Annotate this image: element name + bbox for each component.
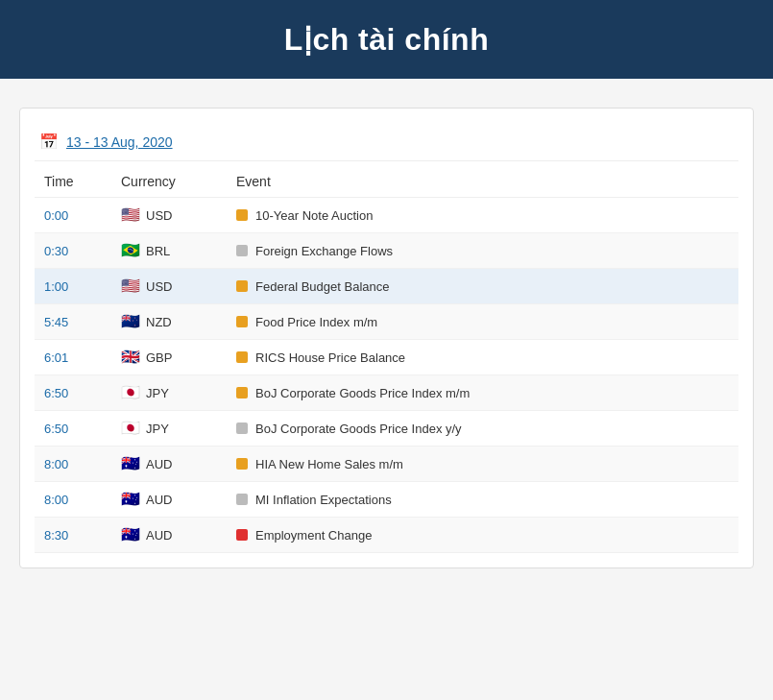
currency-code: JPY (146, 386, 169, 400)
currency-cell: AUD (121, 492, 236, 507)
flag-icon (121, 421, 140, 436)
currency-code: GBP (146, 350, 172, 365)
table-body: 0:00 USD 10-Year Note Auction 0:30 BRL F… (35, 198, 738, 553)
currency-cell: GBP (121, 350, 236, 365)
currency-cell: BRL (121, 243, 236, 258)
currency-code: AUD (146, 528, 172, 543)
flag-icon (121, 492, 140, 507)
time-cell: 0:30 (44, 244, 121, 258)
importance-indicator (236, 458, 248, 470)
currency-code: USD (146, 208, 172, 223)
event-name: Federal Budget Balance (255, 279, 389, 294)
event-name: Employment Change (255, 528, 372, 543)
col-event: Event (236, 174, 729, 189)
flag-icon (121, 456, 140, 471)
event-cell: Federal Budget Balance (236, 279, 729, 294)
currency-code: USD (146, 279, 172, 294)
importance-indicator (236, 245, 248, 256)
col-currency: Currency (121, 174, 236, 189)
event-name: HIA New Home Sales m/m (255, 457, 403, 471)
event-cell: MI Inflation Expectations (236, 493, 729, 507)
event-name: Foreign Exchange Flows (255, 244, 393, 258)
currency-code: AUD (146, 493, 172, 507)
flag-icon (121, 314, 140, 329)
currency-cell: JPY (121, 421, 236, 436)
table-row: 6:50 JPY BoJ Corporate Goods Price Index… (35, 411, 738, 447)
event-name: BoJ Corporate Goods Price Index y/y (255, 422, 462, 436)
importance-indicator (236, 316, 248, 327)
currency-code: JPY (146, 422, 169, 436)
event-name: MI Inflation Expectations (255, 493, 392, 507)
time-cell: 5:45 (44, 315, 121, 329)
event-cell: BoJ Corporate Goods Price Index y/y (236, 422, 729, 436)
currency-cell: AUD (121, 456, 236, 471)
event-cell: HIA New Home Sales m/m (236, 457, 729, 471)
time-cell: 8:30 (44, 528, 121, 543)
event-name: RICS House Price Balance (255, 350, 405, 365)
flag-icon (121, 385, 140, 400)
col-time: Time (44, 174, 121, 189)
flag-icon (121, 350, 140, 365)
currency-cell: NZD (121, 314, 236, 329)
time-cell: 8:00 (44, 493, 121, 507)
currency-cell: AUD (121, 527, 236, 543)
time-cell: 8:00 (44, 457, 121, 471)
time-cell: 6:50 (44, 422, 121, 436)
event-name: 10-Year Note Auction (255, 208, 373, 223)
time-cell: 6:01 (44, 350, 121, 365)
page-title: Lịch tài chính (0, 21, 773, 58)
main-content: 📅 13 - 13 Aug, 2020 Time Currency Event … (19, 108, 754, 568)
event-cell: Food Price Index m/m (236, 315, 729, 329)
date-row: 📅 13 - 13 Aug, 2020 (35, 123, 738, 161)
date-range-link[interactable]: 13 - 13 Aug, 2020 (66, 134, 173, 150)
event-name: Food Price Index m/m (255, 315, 377, 329)
currency-code: BRL (146, 244, 170, 258)
table-row: 6:01 GBP RICS House Price Balance (35, 340, 738, 375)
table-row: 5:45 NZD Food Price Index m/m (35, 304, 738, 340)
flag-icon (121, 278, 140, 294)
currency-code: NZD (146, 315, 172, 329)
importance-indicator (236, 280, 248, 292)
table-row: 0:30 BRL Foreign Exchange Flows (35, 233, 738, 269)
calendar-icon: 📅 (39, 133, 59, 151)
page-header: Lịch tài chính (0, 0, 773, 79)
event-name: BoJ Corporate Goods Price Index m/m (255, 386, 470, 400)
importance-indicator (236, 422, 248, 434)
table-row: 8:00 AUD HIA New Home Sales m/m (35, 447, 738, 482)
flag-icon (121, 243, 140, 258)
currency-cell: JPY (121, 385, 236, 400)
importance-indicator (236, 351, 248, 363)
currency-cell: USD (121, 278, 236, 294)
flag-icon (121, 527, 140, 543)
table-row: 8:00 AUD MI Inflation Expectations (35, 482, 738, 518)
importance-indicator (236, 529, 248, 541)
flag-icon (121, 207, 140, 223)
event-cell: BoJ Corporate Goods Price Index m/m (236, 386, 729, 400)
event-cell: RICS House Price Balance (236, 350, 729, 365)
currency-cell: USD (121, 207, 236, 223)
event-cell: Employment Change (236, 528, 729, 543)
event-cell: Foreign Exchange Flows (236, 244, 729, 258)
event-cell: 10-Year Note Auction (236, 208, 729, 223)
time-cell: 0:00 (44, 208, 121, 223)
table-header: Time Currency Event (35, 166, 738, 198)
time-cell: 1:00 (44, 279, 121, 294)
currency-code: AUD (146, 457, 172, 471)
table-row: 8:30 AUD Employment Change (35, 518, 738, 553)
importance-indicator (236, 209, 248, 221)
table-row: 1:00 USD Federal Budget Balance (35, 269, 738, 304)
table-row: 6:50 JPY BoJ Corporate Goods Price Index… (35, 375, 738, 411)
time-cell: 6:50 (44, 386, 121, 400)
importance-indicator (236, 494, 248, 505)
importance-indicator (236, 387, 248, 398)
table-row: 0:00 USD 10-Year Note Auction (35, 198, 738, 233)
